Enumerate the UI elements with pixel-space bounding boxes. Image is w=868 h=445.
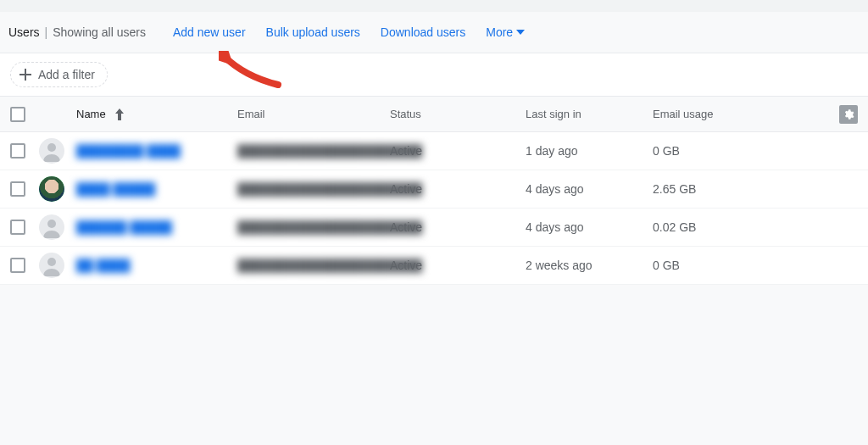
column-header-last-sign-in[interactable]: Last sign in: [526, 108, 653, 120]
column-header-email[interactable]: Email: [237, 108, 390, 120]
svg-point-0: [47, 143, 56, 152]
user-email-usage: 0 GB: [653, 259, 771, 272]
avatar: [39, 138, 64, 164]
bulk-upload-users-link[interactable]: Bulk upload users: [263, 24, 364, 41]
column-header-name-label: Name: [76, 108, 106, 120]
column-header-status[interactable]: Status: [390, 108, 526, 120]
plus-icon: [19, 69, 31, 81]
person-icon: [39, 214, 64, 240]
column-header-name[interactable]: Name: [76, 108, 237, 120]
select-all-checkbox[interactable]: [10, 107, 25, 122]
page-title: Users: [8, 25, 40, 39]
svg-point-1: [47, 220, 56, 228]
user-email: ██████████████████████: [237, 220, 422, 234]
user-email-usage: 0.02 GB: [653, 220, 771, 234]
column-header-email-usage[interactable]: Email usage: [653, 108, 771, 120]
row-checkbox[interactable]: [10, 220, 25, 235]
user-email: ██████████████████████: [237, 182, 422, 196]
page-header: Users | Showing all users Add new user B…: [0, 12, 868, 53]
user-last-sign-in: 1 day ago: [526, 144, 653, 158]
more-label: More: [486, 25, 513, 39]
row-checkbox[interactable]: [10, 181, 25, 197]
user-last-sign-in: 4 days ago: [526, 182, 653, 196]
row-checkbox[interactable]: [10, 143, 25, 159]
user-name: ██ ████: [76, 259, 130, 272]
title-divider: |: [45, 25, 48, 39]
caret-down-icon: [516, 30, 525, 35]
user-name: ████ █████: [76, 182, 155, 196]
person-icon: [39, 138, 64, 164]
add-filter-chip[interactable]: Add a filter: [10, 62, 108, 87]
user-email-usage: 0 GB: [653, 144, 771, 158]
sort-ascending-icon: [114, 108, 125, 120]
svg-point-2: [47, 258, 56, 266]
user-email: ██████████████████████: [237, 259, 422, 272]
person-icon: [39, 253, 64, 278]
top-strip: [0, 0, 868, 12]
page-subtitle: Showing all users: [53, 25, 146, 39]
gear-icon: [843, 108, 854, 120]
table-row[interactable]: ████ ███████████████████████████Active4 …: [0, 170, 868, 209]
download-users-link[interactable]: Download users: [377, 24, 469, 41]
user-last-sign-in: 2 weeks ago: [526, 259, 653, 272]
user-name: ████████ ████: [76, 144, 181, 158]
row-checkbox[interactable]: [10, 258, 25, 273]
users-table: Name Email Status Last sign in Email usa…: [0, 97, 868, 285]
columns-settings-button[interactable]: [839, 105, 858, 124]
filter-row: Add a filter: [0, 53, 868, 97]
table-row[interactable]: ██████ ███████████████████████████Active…: [0, 209, 868, 247]
avatar: [39, 253, 64, 278]
table-header: Name Email Status Last sign in Email usa…: [0, 97, 868, 132]
more-menu[interactable]: More: [482, 24, 528, 41]
user-name: ██████ █████: [76, 220, 172, 234]
add-filter-label: Add a filter: [38, 68, 95, 81]
user-last-sign-in: 4 days ago: [526, 220, 653, 234]
avatar: [39, 176, 64, 202]
table-row[interactable]: ██ ██████████████████████████Active2 wee…: [0, 247, 868, 285]
avatar: [39, 214, 64, 240]
user-email: ██████████████████████: [237, 144, 422, 158]
add-new-user-link[interactable]: Add new user: [170, 24, 249, 41]
table-row[interactable]: ████████ ██████████████████████████Activ…: [0, 132, 868, 170]
user-email-usage: 2.65 GB: [653, 182, 771, 196]
